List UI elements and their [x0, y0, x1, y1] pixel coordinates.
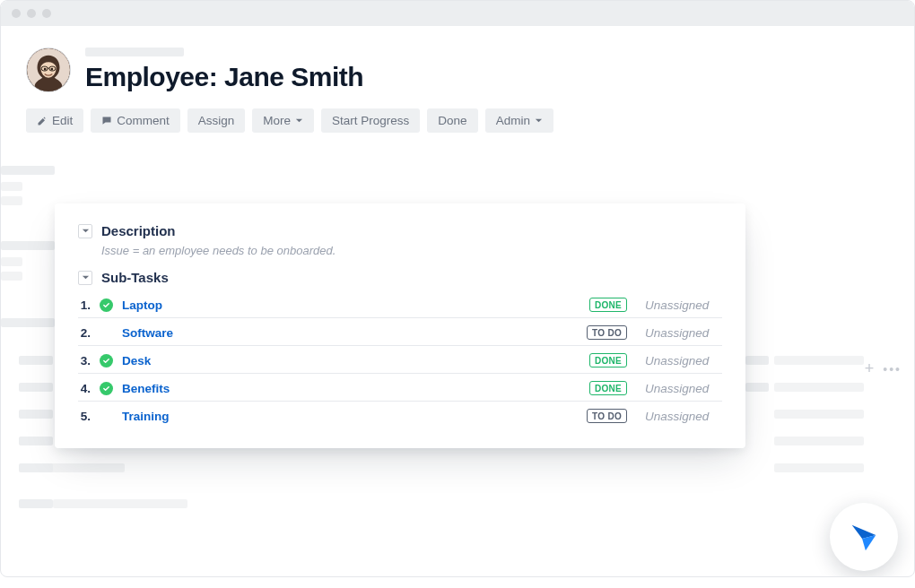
skeleton: [19, 356, 53, 365]
subtasks-toggle[interactable]: [78, 271, 92, 285]
subtask-row: 5.TrainingTO DOUnassigned: [78, 402, 722, 428]
subtask-link[interactable]: Desk: [122, 354, 151, 368]
check-icon: [100, 326, 113, 340]
skeleton: [774, 463, 864, 472]
assign-button[interactable]: Assign: [187, 108, 246, 133]
subtask-number: 3.: [78, 354, 91, 368]
done-label: Done: [438, 114, 466, 127]
header-row: Employee: Jane Smith: [26, 48, 889, 92]
window-titlebar: [1, 1, 914, 26]
description-toggle[interactable]: [78, 224, 92, 238]
skeleton: [774, 410, 864, 419]
skeleton: [1, 318, 55, 327]
skeleton: [44, 463, 125, 472]
page-title: Employee: Jane Smith: [85, 62, 363, 92]
chevron-down-icon: [82, 227, 90, 235]
window-dot: [27, 9, 36, 18]
skeleton: [19, 499, 53, 508]
subtask-number: 5.: [78, 410, 91, 423]
title-block: Employee: Jane Smith: [85, 48, 363, 92]
done-button[interactable]: Done: [427, 108, 477, 133]
skeleton: [745, 383, 769, 392]
app-window: Employee: Jane Smith Edit Comment Assign…: [0, 0, 915, 577]
subtasks-section: Sub-Tasks 1.LaptopDONEUnassigned2.Softwa…: [78, 270, 722, 428]
toolbar: Edit Comment Assign More Start Progress …: [26, 108, 889, 133]
subtasks-list: 1.LaptopDONEUnassigned2.SoftwareTO DOUna…: [78, 290, 722, 428]
skeleton: [774, 383, 864, 392]
status-badge: TO DO: [587, 325, 627, 340]
more-button[interactable]: More: [252, 108, 314, 133]
assignee-label: Unassigned: [645, 298, 722, 312]
subtask-link[interactable]: Benefits: [122, 382, 170, 395]
subtask-link[interactable]: Software: [122, 326, 173, 340]
status-badge: DONE: [589, 298, 627, 312]
breadcrumb-skeleton: [85, 48, 184, 56]
skeleton: [1, 196, 22, 205]
skeleton: [1, 241, 55, 250]
check-icon: [100, 298, 113, 312]
status-badge: DONE: [589, 353, 627, 368]
assignee-label: Unassigned: [645, 382, 722, 395]
subtask-row: 3.DeskDONEUnassigned: [78, 346, 722, 374]
plus-icon[interactable]: +: [865, 359, 875, 378]
avatar[interactable]: [26, 48, 71, 92]
chevron-down-icon: [82, 273, 90, 281]
subtask-link[interactable]: Laptop: [122, 298, 162, 312]
subtask-row: 2.SoftwareTO DOUnassigned: [78, 318, 722, 346]
skeleton: [1, 272, 22, 281]
subtask-number: 1.: [78, 298, 91, 312]
admin-button[interactable]: Admin: [485, 108, 553, 133]
admin-label: Admin: [496, 114, 530, 127]
more-icon[interactable]: •••: [883, 362, 902, 376]
assignee-label: Unassigned: [645, 410, 722, 423]
skeleton: [19, 410, 53, 419]
subtask-row: 4.BenefitsDONEUnassigned: [78, 374, 722, 402]
subtasks-heading: Sub-Tasks: [101, 270, 169, 285]
check-icon: [100, 354, 113, 368]
subtask-row: 1.LaptopDONEUnassigned: [78, 290, 722, 318]
skeleton: [1, 182, 22, 191]
chevron-down-icon: [535, 117, 543, 125]
skeleton: [53, 499, 187, 508]
check-icon: [100, 382, 113, 395]
comment-button[interactable]: Comment: [91, 108, 180, 133]
assign-label: Assign: [198, 114, 235, 127]
pencil-icon: [37, 116, 48, 126]
fab-button[interactable]: [830, 503, 898, 571]
skeleton: [1, 257, 22, 266]
chevron-down-icon: [295, 117, 303, 125]
window-dot: [12, 9, 21, 18]
assignee-label: Unassigned: [645, 326, 722, 340]
skeleton: [19, 383, 53, 392]
detail-card: Description Issue = an employee needs to…: [55, 203, 745, 448]
comment-label: Comment: [117, 114, 170, 127]
start-progress-label: Start Progress: [332, 114, 409, 127]
subtask-link[interactable]: Training: [122, 410, 170, 423]
svg-point-2: [44, 68, 47, 71]
skeleton: [1, 166, 55, 175]
svg-point-3: [50, 68, 53, 71]
window-dot: [42, 9, 51, 18]
subtask-number: 4.: [78, 382, 91, 395]
assignee-label: Unassigned: [645, 354, 722, 368]
skeleton: [19, 437, 53, 445]
skeleton: [745, 356, 769, 365]
start-progress-button[interactable]: Start Progress: [321, 108, 420, 133]
description-heading: Description: [101, 223, 176, 238]
edit-button[interactable]: Edit: [26, 108, 83, 133]
description-section: Description Issue = an employee needs to…: [78, 223, 722, 257]
right-icons: + •••: [865, 359, 902, 378]
edit-label: Edit: [52, 114, 73, 127]
skeleton: [774, 437, 864, 445]
more-label: More: [263, 114, 291, 127]
comment-icon: [101, 116, 112, 126]
page-content: Employee: Jane Smith Edit Comment Assign…: [1, 26, 914, 133]
skeleton: [774, 356, 864, 365]
status-badge: TO DO: [587, 409, 627, 423]
status-badge: DONE: [589, 381, 627, 395]
description-text: Issue = an employee needs to be onboarde…: [101, 244, 722, 257]
send-icon: [847, 520, 881, 554]
check-icon: [100, 410, 113, 423]
subtask-number: 2.: [78, 326, 91, 340]
